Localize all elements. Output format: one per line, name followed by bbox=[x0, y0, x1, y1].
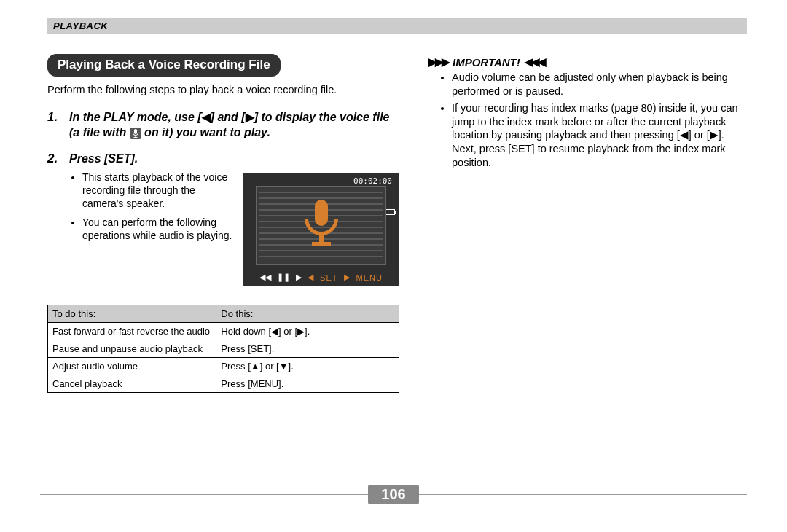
triangle-left-group-icon: ◀◀◀ bbox=[525, 55, 544, 69]
mic-large-icon bbox=[296, 198, 347, 257]
svg-rect-0 bbox=[315, 200, 328, 226]
step1-seg-a: In the PLAY mode, use [ bbox=[69, 111, 202, 123]
important-bullet-1: Audio volume can be adjusted only when p… bbox=[452, 71, 747, 98]
lcd-screenshot: 00:02:00 bbox=[243, 173, 399, 286]
lcd-left-glyph: ◀ bbox=[308, 273, 314, 282]
table-cell: Press [MENU]. bbox=[216, 375, 399, 393]
table-cell: Cancel playback bbox=[48, 375, 216, 393]
operations-table: To do this: Do this: Fast forward or fas… bbox=[47, 305, 399, 393]
lcd-controls: ◀◀ ❚❚ ▶ ◀ SET ▶ MENU bbox=[243, 273, 399, 282]
important-bullet-2: If your recording has index marks (page … bbox=[452, 101, 747, 170]
right-column: ▶▶▶ IMPORTANT! ◀◀◀ Audio volume can be a… bbox=[428, 54, 747, 393]
lcd-menu-label: MENU bbox=[356, 273, 383, 282]
up-arrow-glyph: ▲ bbox=[251, 361, 260, 372]
steps-list: In the PLAY mode, use [◀] and [▶] to dis… bbox=[47, 110, 399, 286]
down-arrow-glyph: ▼ bbox=[279, 361, 289, 372]
table-header-2: Do this: bbox=[216, 305, 399, 323]
right-arrow-glyph: ▶ bbox=[710, 129, 719, 141]
table-cell: Hold down [◀] or [▶]. bbox=[216, 323, 399, 340]
right-arrow-glyph: ▶ bbox=[297, 326, 305, 337]
important-label: IMPORTANT! bbox=[453, 56, 520, 69]
table-row: Pause and unpause audio playback Press [… bbox=[48, 340, 399, 358]
page-footer: 106 bbox=[40, 494, 747, 515]
battery-icon bbox=[385, 209, 395, 215]
page-number: 106 bbox=[368, 485, 418, 504]
intro-text: Perform the following steps to play back… bbox=[47, 83, 399, 97]
step1-seg-b: ] and [ bbox=[211, 111, 246, 123]
lcd-set-label: SET bbox=[320, 273, 337, 282]
table-cell: Pause and unpause audio playback bbox=[48, 340, 216, 358]
step-1-text: In the PLAY mode, use [◀] and [▶] to dis… bbox=[69, 111, 389, 138]
table-header-1: To do this: bbox=[48, 305, 216, 323]
triangle-right-group-icon: ▶▶▶ bbox=[428, 55, 448, 69]
right-arrow-glyph: ▶ bbox=[246, 111, 254, 123]
left-arrow-glyph: ◀ bbox=[271, 326, 278, 337]
important-heading: ▶▶▶ IMPORTANT! ◀◀◀ bbox=[428, 55, 747, 69]
table-cell: Press [▲] or [▼]. bbox=[216, 358, 399, 375]
step2-bullets: This starts playback of the voice record… bbox=[69, 171, 232, 249]
section-header: PLAYBACK bbox=[47, 18, 747, 34]
step2-bullet-1: This starts playback of the voice record… bbox=[82, 171, 232, 211]
table-row: Adjust audio volume Press [▲] or [▼]. bbox=[48, 358, 399, 375]
left-column: Playing Back a Voice Recording File Perf… bbox=[47, 54, 399, 393]
pause-icon: ❚❚ bbox=[277, 273, 290, 282]
important-bullets: Audio volume can be adjusted only when p… bbox=[428, 71, 747, 170]
section-title: Playing Back a Voice Recording File bbox=[47, 54, 281, 77]
left-arrow-glyph: ◀ bbox=[680, 129, 689, 141]
step2-bullet-2: You can perform the following operations… bbox=[82, 216, 232, 243]
fwd-icon: ▶ bbox=[296, 273, 302, 282]
table-cell: Press [SET]. bbox=[216, 340, 399, 358]
table-row: Fast forward or fast reverse the audio H… bbox=[48, 323, 399, 340]
step1-seg-d: on it) you want to play. bbox=[141, 126, 270, 138]
table-row: Cancel playback Press [MENU]. bbox=[48, 375, 399, 393]
left-arrow-glyph: ◀ bbox=[202, 111, 211, 123]
mic-icon bbox=[130, 128, 141, 139]
rewind-icon: ◀◀ bbox=[259, 273, 271, 282]
step-2-text: Press [SET]. bbox=[69, 152, 138, 165]
table-cell: Fast forward or fast reverse the audio bbox=[48, 323, 216, 340]
table-cell: Adjust audio volume bbox=[48, 358, 216, 375]
lcd-right-glyph: ▶ bbox=[344, 273, 351, 282]
lcd-time: 00:02:00 bbox=[353, 176, 392, 186]
